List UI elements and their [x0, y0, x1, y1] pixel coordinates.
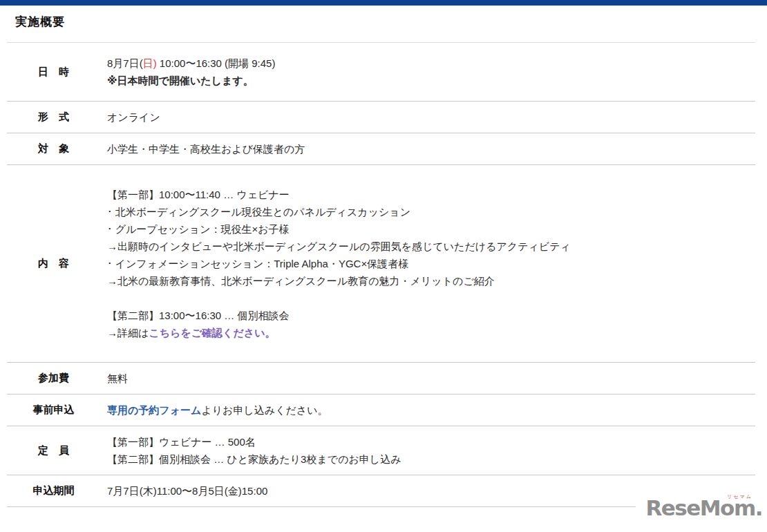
- page-title: 実施概要: [15, 14, 65, 30]
- row-value-audience: 小学生・中学生・高校生および保護者の方: [100, 133, 755, 164]
- date-time-text: 10:00〜16:30 (開場 9:45): [157, 57, 276, 69]
- blank-line: [107, 289, 747, 307]
- row-label-period: 申込期間: [7, 475, 100, 506]
- resemom-logo-period: .: [755, 495, 762, 520]
- row-label-audience: 対 象: [7, 133, 100, 164]
- table-row-capacity: 定 員 【第一部】ウェビナー … 500名 【第二部】個別相談会 … ひと家族あ…: [7, 426, 755, 475]
- row-label-application: 事前申込: [7, 395, 100, 426]
- table-row-audience: 対 象 小学生・中学生・高校生および保護者の方: [7, 133, 755, 165]
- top-accent-bar: [0, 0, 767, 6]
- table-row-content: 内 容 【第一部】10:00〜11:40 … ウェビナー ･ 北米ボーディングス…: [7, 165, 755, 363]
- part1-item: ･ インフォメーションセッション：Triple Alpha・YGC×保護者様: [107, 255, 747, 272]
- part1-item: →出願時のインタビューや北米ボーディングスクールの雰囲気を感じていただけるアクテ…: [107, 238, 747, 255]
- row-label-content: 内 容: [7, 165, 100, 362]
- table-row-datetime: 日 時 8月7日(日) 10:00〜16:30 (開場 9:45) ※日本時間で…: [7, 43, 755, 102]
- datetime-line: 8月7日(日) 10:00〜16:30 (開場 9:45): [107, 55, 747, 72]
- part2-heading: 【第二部】13:00〜16:30 … 個別相談会: [107, 307, 747, 324]
- row-value-format: オンライン: [100, 102, 755, 133]
- date-weekday-red: 日): [143, 57, 157, 69]
- part1-item: →北米の最新教育事情、北米ボーディングスクール教育の魅力・メリットのご紹介: [107, 272, 747, 289]
- row-value-application: 専用の予約フォームよりお申し込みください。: [100, 395, 755, 426]
- row-value-capacity: 【第一部】ウェビナー … 500名 【第二部】個別相談会 … ひと家族あたり3校…: [100, 426, 755, 475]
- row-value-content: 【第一部】10:00〜11:40 … ウェビナー ･ 北米ボーディングスクール現…: [100, 165, 755, 362]
- part1-item: ･ 北米ボーディングスクール現役生とのパネルディスカッション: [107, 203, 747, 220]
- reservation-form-link[interactable]: 専用の予約フォーム: [107, 404, 201, 416]
- table-row-application: 事前申込 専用の予約フォームよりお申し込みください。: [7, 395, 755, 426]
- capacity-line-1: 【第一部】ウェビナー … 500名: [107, 433, 747, 450]
- detail-prefix: →詳細は: [107, 327, 149, 339]
- date-text: 8月7日(: [107, 57, 143, 69]
- row-label-capacity: 定 員: [7, 426, 100, 475]
- row-value-datetime: 8月7日(日) 10:00〜16:30 (開場 9:45) ※日本時間で開催いた…: [100, 43, 755, 101]
- application-suffix: よりお申し込みください。: [201, 404, 328, 416]
- row-value-fee: 無料: [100, 363, 755, 394]
- row-label-fee: 参加費: [7, 363, 100, 394]
- timezone-note: ※日本時間で開催いたします。: [107, 72, 747, 89]
- row-label-datetime: 日 時: [7, 43, 100, 101]
- resemom-logo-ruby: リセマム: [727, 493, 752, 500]
- detail-line: →詳細はこちらをご確認ください。: [107, 324, 747, 341]
- table-row-format: 形 式 オンライン: [7, 102, 755, 133]
- row-label-format: 形 式: [7, 102, 100, 133]
- part1-heading: 【第一部】10:00〜11:40 … ウェビナー: [107, 186, 747, 203]
- part1-item: ･ グループセッション：現役生×お子様: [107, 220, 747, 238]
- overview-table: 日 時 8月7日(日) 10:00〜16:30 (開場 9:45) ※日本時間で…: [7, 42, 755, 507]
- resemom-logo: リセマム ReseMom.: [636, 491, 764, 522]
- capacity-line-2: 【第二部】個別相談会 … ひと家族あたり3校までのお申し込み: [107, 450, 747, 468]
- table-row-fee: 参加費 無料: [7, 363, 755, 395]
- detail-link[interactable]: こちらをご確認ください。: [149, 327, 275, 339]
